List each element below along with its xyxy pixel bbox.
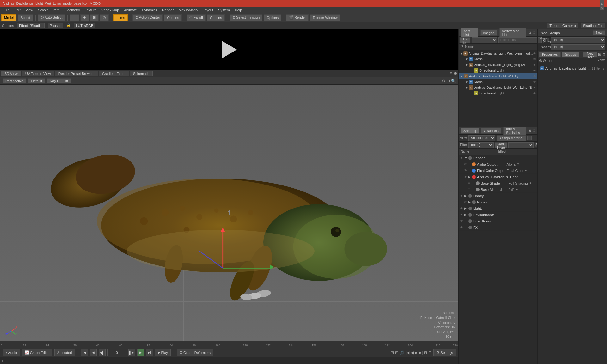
- tree-eye-light1[interactable]: 👁: [533, 69, 536, 72]
- shader-eye-render[interactable]: 👁: [460, 156, 464, 160]
- tab-render-preset[interactable]: Render Preset Browser: [55, 71, 98, 76]
- tree-arrow-mesh2[interactable]: ▼: [465, 80, 469, 84]
- shader-arrow-nodes[interactable]: ▶: [468, 200, 472, 204]
- pass-groups-dropdown[interactable]: (none): [551, 37, 605, 43]
- time-field[interactable]: [107, 349, 126, 356]
- play-button[interactable]: [222, 41, 237, 58]
- shader-eye-base-shader[interactable]: 👁: [468, 181, 472, 185]
- transport-icon-3[interactable]: 🎵: [400, 350, 404, 355]
- icon-btn-3[interactable]: ⊞: [90, 14, 99, 21]
- transport-icon-6[interactable]: ▶: [415, 350, 418, 355]
- menu-render[interactable]: Render: [160, 8, 176, 13]
- transport-icon-4[interactable]: |◀: [406, 350, 409, 355]
- options-button-1[interactable]: Options: [164, 14, 182, 21]
- canvas-area[interactable]: No Items Polygons : Catmull-Clark Channe…: [0, 85, 458, 341]
- shader-eye-fx[interactable]: 👁: [460, 226, 464, 229]
- shader-row-andrias[interactable]: 👁 ▶ Andrias_Davidianus_Light_....: [459, 174, 537, 180]
- passes-dropdown[interactable]: (none): [551, 44, 605, 50]
- transport-icon-1[interactable]: ⊡: [391, 350, 394, 355]
- render-button[interactable]: 🎬 Render: [286, 14, 309, 21]
- viewport-expand-icon[interactable]: ⊞: [449, 71, 452, 76]
- tab-info-statistics[interactable]: Info & Statistics: [503, 127, 526, 136]
- icon-btn-1[interactable]: ↔: [70, 14, 79, 21]
- shader-arrow-environments[interactable]: ▶: [464, 213, 468, 216]
- groups-settings-icon[interactable]: ⚙: [602, 52, 606, 57]
- tab-schematic[interactable]: Schematic: [130, 71, 153, 76]
- shader-row-nodes[interactable]: 👁 ▶ Nodes: [459, 199, 537, 205]
- tree-eye-root1[interactable]: 👁: [533, 52, 536, 55]
- tree-eye-light2[interactable]: 👁: [533, 92, 536, 95]
- rewind-to-start-button[interactable]: |◀: [81, 349, 88, 356]
- animated-button[interactable]: Animated: [54, 349, 75, 356]
- menu-dynamics[interactable]: Dynamics: [139, 8, 160, 13]
- action-center-button[interactable]: ⊙ Action Center: [132, 14, 163, 21]
- tree-item-light2[interactable]: ☀ Directional Light 👁: [459, 90, 537, 96]
- tree-item-root2[interactable]: ▼ ⊞ Andrias_Davidianus_Light_Wet_Ly... 👁: [459, 73, 537, 79]
- fast-forward-button[interactable]: ▶|: [146, 349, 153, 356]
- play-button-label[interactable]: ▶ Play: [155, 349, 171, 356]
- groups-icon-square2[interactable]: □: [549, 58, 552, 63]
- shader-eye-lights[interactable]: 👁: [460, 207, 464, 210]
- tree-arrow-root2[interactable]: ▼: [460, 75, 464, 78]
- tree-item-root1[interactable]: ▼ ⊞ Andrias_Davidianus_Light_Wet_Lying_m…: [459, 51, 537, 56]
- viewport-icon-settings[interactable]: ⚙: [442, 79, 445, 83]
- new-group-button[interactable]: New Group: [583, 52, 597, 57]
- items-button[interactable]: Items: [113, 14, 128, 21]
- shader-eye-final-color[interactable]: 👁: [464, 169, 468, 172]
- falloff-button[interactable]: ◌ Falloff: [187, 14, 206, 21]
- add-item-dropdown[interactable]: [472, 37, 497, 43]
- transport-icon-8[interactable]: ⊡: [424, 350, 427, 355]
- tab-channels[interactable]: Channels: [481, 128, 501, 134]
- menu-select[interactable]: Select: [35, 8, 50, 13]
- transport-icon-5[interactable]: ◀: [411, 350, 414, 355]
- shader-row-fx[interactable]: 👁 FX: [459, 224, 537, 231]
- step-forward-button[interactable]: ▌▶: [128, 349, 135, 356]
- auto-select-button[interactable]: ⬡ Auto Select: [38, 14, 65, 21]
- tree-eye-group1[interactable]: 👁: [533, 63, 536, 67]
- step-back-button[interactable]: ◀▌: [99, 349, 106, 356]
- shader-eye-alpha[interactable]: 👁: [464, 162, 468, 166]
- menu-system[interactable]: System: [216, 8, 232, 13]
- tree-arrow-mesh1[interactable]: ▼: [465, 58, 469, 61]
- groups-icon-add[interactable]: ⊕: [539, 58, 542, 63]
- tab-add[interactable]: +: [153, 71, 159, 76]
- tab-item-list[interactable]: Item List: [461, 28, 478, 38]
- shader-eye-library[interactable]: 👁: [460, 194, 464, 197]
- menu-texture[interactable]: Texture: [83, 8, 99, 13]
- menu-help[interactable]: Help: [232, 8, 245, 13]
- icon-btn-2[interactable]: ⊕: [80, 14, 89, 21]
- timeline-ruler[interactable]: 0 12 24 36 48 60 72 84 96 108 120 132 14…: [0, 341, 458, 348]
- tree-arrow-root1[interactable]: ▼: [460, 52, 463, 55]
- tree-eye-mesh1[interactable]: 👁: [533, 58, 536, 61]
- tree-eye-mesh2[interactable]: 👁: [533, 80, 536, 84]
- shader-eye-environments[interactable]: 👁: [460, 213, 464, 216]
- add-layer-dropdown[interactable]: [508, 142, 534, 148]
- filter-dropdown[interactable]: (none): [468, 142, 494, 148]
- groups-icon-remove[interactable]: ⊖: [543, 58, 546, 63]
- menu-item[interactable]: Item: [50, 8, 62, 13]
- shader-row-lights[interactable]: 👁 ▶ Lights: [459, 205, 537, 212]
- shading-settings-icon[interactable]: ⚙: [532, 129, 536, 133]
- add-layer-button[interactable]: Add Layer: [495, 142, 507, 148]
- menu-file[interactable]: File: [1, 8, 12, 13]
- shader-row-environments[interactable]: 👁 ▶ Environments: [459, 212, 537, 218]
- rewind-button[interactable]: ◀: [90, 349, 97, 356]
- tree-eye-group2[interactable]: 👁: [533, 86, 536, 89]
- tree-arrow-group2[interactable]: ▼: [465, 86, 469, 89]
- filter-s2-key[interactable]: S: [535, 143, 537, 147]
- select-through-button[interactable]: ⊠ Select Through: [230, 14, 262, 21]
- groups-icon-square1[interactable]: □: [547, 58, 549, 63]
- tab-vertex-map-list[interactable]: Vertex Map List: [499, 28, 526, 38]
- default-label[interactable]: Default: [28, 78, 45, 83]
- filter-items-input[interactable]: [498, 37, 542, 43]
- options-button-3[interactable]: Options: [264, 14, 281, 21]
- options-button-2[interactable]: Options: [207, 14, 225, 21]
- final-color-dropdown[interactable]: ▼: [524, 169, 528, 172]
- tree-arrow-group1[interactable]: ▼: [465, 63, 469, 67]
- menu-geometry[interactable]: Geometry: [62, 8, 82, 13]
- tab-images[interactable]: Images: [480, 30, 497, 36]
- item-list-settings-icon[interactable]: ⚙: [532, 31, 536, 35]
- shader-row-final-color[interactable]: 👁 Final Color Output Final Color ▼: [459, 167, 537, 174]
- shader-eye-nodes[interactable]: 👁: [464, 200, 468, 204]
- base-material-dropdown[interactable]: ▼: [515, 188, 518, 191]
